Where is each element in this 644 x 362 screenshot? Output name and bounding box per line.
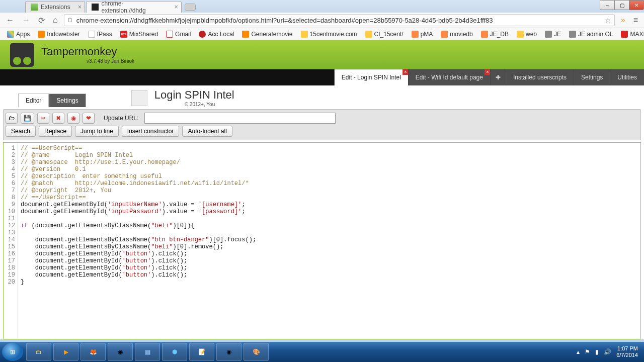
bookmark-jedb[interactable]: JE_DB [478, 30, 512, 39]
run-button[interactable]: ◉ [67, 113, 79, 124]
bookmark-pma[interactable]: pMA [409, 30, 436, 39]
task-app2[interactable]: ⬢ [162, 343, 187, 361]
home-button[interactable]: ⌂ [51, 16, 60, 25]
new-tab-button[interactable] [185, 4, 196, 11]
media-icon: ▶ [64, 348, 68, 355]
main-nav: Edit - Login SPIN Intel × Edit - Wifi Id… [0, 69, 644, 85]
replace-button[interactable]: Replace [39, 126, 72, 137]
subtab-editor[interactable]: Editor [18, 94, 49, 107]
script-sub-tabs: Editor Settings [18, 94, 86, 107]
plus-icon: ✚ [496, 74, 501, 81]
discard-button[interactable]: ✖ [52, 113, 64, 124]
task-chrome2[interactable]: ◉ [216, 343, 242, 361]
chrome-icon: ◉ [226, 348, 231, 355]
window-controls: – ▢ ✕ [600, 0, 644, 10]
site-icon [441, 31, 448, 38]
close-icon[interactable]: × [175, 4, 178, 11]
task-chrome[interactable]: ◉ [108, 343, 133, 361]
nav-tab-edit-wifi[interactable]: Edit - Wifi Id default page × [408, 69, 490, 85]
bookmark-generatemovie[interactable]: Generatemovie [239, 30, 295, 39]
nav-tab-edit-login[interactable]: Edit - Login SPIN Intel × [334, 69, 408, 85]
site-icon [38, 31, 45, 38]
page-icon: 🗋 [67, 17, 73, 24]
volume-icon[interactable]: 🔊 [604, 348, 611, 355]
bookmark-acclocal[interactable]: Acc Local [196, 30, 237, 39]
bookmark-15centmovie[interactable]: 15centmovie.com [298, 30, 360, 39]
bookmark-star-icon[interactable]: ☆ [605, 16, 611, 24]
tab-title: Extensions [41, 4, 70, 11]
chrome-icon: ◉ [118, 348, 123, 355]
network-icon[interactable]: ▮ [595, 348, 599, 355]
folder-icon [517, 31, 524, 38]
task-explorer[interactable]: 🗀 [26, 343, 51, 361]
site-icon [481, 31, 488, 38]
nav-tab-utilities[interactable]: Utilities [610, 69, 644, 85]
auto-indent-button[interactable]: Auto-Indent all [182, 126, 232, 137]
app-title: Tampermonkey [41, 45, 134, 58]
address-bar: ← → ⟳ ⌂ 🗋 ☆ » ≡ [0, 13, 644, 28]
browser-tab-extensions[interactable]: Extensions × [25, 1, 85, 13]
task-media[interactable]: ▶ [53, 343, 78, 361]
task-app1[interactable]: ▦ [135, 343, 160, 361]
code-content[interactable]: // ==UserScript== // @name Login SPIN In… [18, 143, 640, 339]
apps-button[interactable]: Apps [4, 30, 33, 39]
url-input[interactable] [76, 17, 605, 24]
reload-button[interactable]: ⟳ [36, 16, 47, 25]
flag-icon[interactable]: ⚑ [585, 348, 590, 355]
maximize-button[interactable]: ▢ [614, 0, 629, 10]
site-icon [199, 31, 206, 38]
delete-button[interactable]: ✂ [37, 113, 49, 124]
update-url-input[interactable] [144, 113, 336, 124]
nav-tab-installed[interactable]: Installed userscripts [506, 69, 574, 85]
bookmark-fpass[interactable]: fPass [85, 30, 115, 39]
code-editor[interactable]: 1234567891011121314151617181920 // ==Use… [3, 142, 641, 339]
taskbar-clock[interactable]: 1:07 PM 6/7/2014 [616, 345, 638, 358]
site-icon [301, 31, 308, 38]
nav-tab-settings[interactable]: Settings [574, 69, 610, 85]
overflow-menu-button[interactable]: » [619, 16, 627, 25]
url-field-wrap: 🗋 ☆ [64, 14, 615, 26]
window-close-button[interactable]: ✕ [629, 0, 644, 10]
bookmark-jeadminol[interactable]: JE admin OL [566, 30, 616, 39]
site-icon [365, 31, 372, 38]
menu-button[interactable]: ≡ [631, 16, 640, 25]
open-button[interactable]: 🗁 [6, 113, 18, 124]
bookmark-mixshared[interactable]: msMixShared [117, 30, 161, 39]
apps-icon [7, 31, 14, 38]
nav-tab-new[interactable]: ✚ [490, 69, 506, 85]
start-button[interactable]: ⊞ [2, 343, 23, 361]
subtab-settings[interactable]: Settings [49, 94, 86, 107]
app-icon: ▦ [145, 348, 150, 355]
bookmark-je[interactable]: JE [542, 30, 564, 39]
content-area: Editor Settings Login SPIN Intel © 2012+… [0, 85, 644, 339]
close-icon[interactable]: × [78, 4, 82, 11]
script-icon [131, 90, 147, 106]
save-icon: 💾 [24, 115, 31, 122]
check-button[interactable]: ❤ [83, 113, 95, 124]
browser-tab-tampermonkey[interactable]: chrome-extension://dhdg × [86, 1, 182, 13]
task-notepad[interactable]: 📝 [189, 343, 214, 361]
tray-up-icon[interactable]: ▴ [577, 348, 580, 355]
back-button[interactable]: ← [4, 16, 16, 25]
forward-button[interactable]: → [20, 16, 32, 25]
app-version: v3.7.48 by Jan Biniok [87, 58, 134, 64]
cube-icon: ⬢ [172, 348, 177, 355]
site-icon [412, 31, 419, 38]
save-button[interactable]: 💾 [21, 113, 34, 124]
bookmark-gmail[interactable]: Gmail [163, 30, 194, 39]
site-icon: ms [120, 31, 127, 38]
task-paint[interactable]: 🎨 [244, 343, 269, 361]
task-firefox[interactable]: 🦊 [80, 343, 106, 361]
editor-toolbar: 🗁 💾 ✂ ✖ ◉ ❤ Update URL: Search Replace J… [3, 109, 641, 140]
bookmark-indowebster[interactable]: Indowebster [35, 30, 83, 39]
system-tray: ▴ ⚑ ▮ 🔊 1:07 PM 6/7/2014 [577, 345, 642, 358]
bookmark-web[interactable]: web [514, 30, 540, 39]
jump-to-line-button[interactable]: Jump to line [75, 126, 119, 137]
bookmark-ci15cent[interactable]: CI_15cent/ [362, 30, 407, 39]
search-button[interactable]: Search [6, 126, 36, 137]
bookmark-maxi[interactable]: MAXI [618, 30, 644, 39]
minimize-button[interactable]: – [600, 0, 615, 10]
insert-constructor-button[interactable]: Insert constructor [122, 126, 180, 137]
bookmarks-bar: Apps Indowebster fPass msMixShared Gmail… [0, 28, 644, 40]
bookmark-moviedb[interactable]: moviedb [438, 30, 475, 39]
